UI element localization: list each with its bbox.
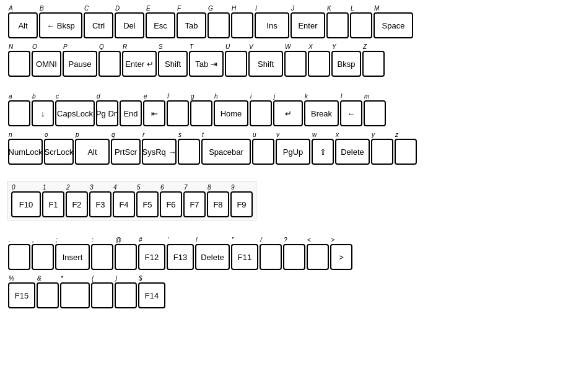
key-lt-empty[interactable] bbox=[307, 244, 329, 270]
cell-label-lh: h bbox=[214, 93, 218, 100]
key-ins[interactable]: Ins bbox=[255, 12, 289, 38]
key-enter[interactable]: Enter bbox=[290, 12, 325, 38]
key-spacebar[interactable]: Spacebar bbox=[201, 139, 251, 165]
key-prtscr[interactable]: PrtScr bbox=[111, 139, 141, 165]
key-f2[interactable]: F2 bbox=[66, 191, 88, 217]
key-bksp-y[interactable]: Bksp bbox=[331, 51, 361, 77]
key-f12[interactable]: F12 bbox=[138, 244, 165, 270]
key-lz-empty[interactable] bbox=[395, 139, 417, 165]
key-break[interactable]: Break bbox=[304, 100, 339, 126]
key-esc[interactable]: Esc bbox=[146, 12, 175, 38]
key-w-empty[interactable] bbox=[284, 51, 307, 77]
key-la-empty[interactable] bbox=[8, 100, 30, 126]
row-punct1: . , ; Insert : @ # F12 bbox=[7, 237, 574, 270]
key-ly-empty[interactable] bbox=[371, 139, 393, 165]
key-f5[interactable]: F5 bbox=[136, 191, 159, 217]
key-f9[interactable]: F9 bbox=[230, 191, 253, 217]
key-shift-up[interactable]: ⇧ bbox=[312, 139, 334, 165]
key-quest-empty[interactable] bbox=[283, 244, 305, 270]
key-f13[interactable]: F13 bbox=[167, 244, 194, 270]
key-pause[interactable]: Pause bbox=[63, 51, 97, 77]
cell-label-D: D bbox=[115, 5, 120, 12]
key-backtab[interactable]: ⇤ bbox=[143, 100, 165, 126]
key-cell-dollar: $ F14 bbox=[138, 275, 166, 308]
key-f4[interactable]: F4 bbox=[113, 191, 135, 217]
key-dot-empty[interactable] bbox=[8, 244, 30, 270]
key-shift-s[interactable]: Shift bbox=[158, 51, 188, 77]
key-h-empty[interactable] bbox=[231, 12, 253, 38]
key-f1[interactable]: F1 bbox=[42, 191, 64, 217]
key-comma-empty[interactable] bbox=[32, 244, 54, 270]
cell-label-5: 5 bbox=[136, 184, 141, 191]
key-cell-D: D Del bbox=[114, 5, 145, 38]
key-numlock[interactable]: NumLock bbox=[8, 139, 43, 165]
key-f7[interactable]: F7 bbox=[183, 191, 206, 217]
key-f10[interactable]: F10 bbox=[11, 191, 41, 217]
key-gt[interactable]: > bbox=[330, 244, 352, 270]
key-f11[interactable]: F11 bbox=[231, 244, 258, 270]
key-star-empty[interactable] bbox=[60, 282, 90, 308]
key-lm-empty[interactable] bbox=[364, 100, 386, 126]
cell-label-lparen: ( bbox=[91, 275, 94, 282]
key-f3[interactable]: F3 bbox=[89, 191, 111, 217]
key-ls-empty[interactable] bbox=[178, 139, 200, 165]
key-ctrl[interactable]: Ctrl bbox=[84, 12, 113, 38]
key-enter-r[interactable]: Enter ↵ bbox=[122, 51, 157, 77]
key-shift-v[interactable]: Shift bbox=[248, 51, 283, 77]
key-backspace[interactable]: ← Bksp bbox=[39, 12, 82, 38]
key-home[interactable]: Home bbox=[214, 100, 248, 126]
key-f8[interactable]: F8 bbox=[207, 191, 229, 217]
key-g-empty[interactable] bbox=[208, 12, 230, 38]
key-colon-empty[interactable] bbox=[91, 244, 113, 270]
key-u-empty[interactable] bbox=[225, 51, 247, 77]
key-lf-empty[interactable] bbox=[167, 100, 189, 126]
key-del[interactable]: Del bbox=[115, 12, 144, 38]
cell-label-9: 9 bbox=[230, 184, 235, 191]
key-tab[interactable]: Tab bbox=[177, 12, 206, 38]
key-l-empty[interactable] bbox=[350, 12, 372, 38]
key-sysrq[interactable]: SysRq → bbox=[142, 139, 177, 165]
key-pgdn[interactable]: Pg Dn bbox=[96, 100, 118, 126]
key-slash-empty[interactable] bbox=[260, 244, 282, 270]
cell-label-lp: p bbox=[75, 131, 79, 139]
cell-label-N: N bbox=[8, 43, 13, 51]
key-z-empty[interactable] bbox=[362, 51, 385, 77]
key-lu-empty[interactable] bbox=[252, 139, 274, 165]
key-omni[interactable]: OMNI bbox=[32, 51, 61, 77]
key-q-empty[interactable] bbox=[98, 51, 121, 77]
key-x-empty[interactable] bbox=[308, 51, 330, 77]
key-end[interactable]: End bbox=[120, 100, 142, 126]
key-k-empty[interactable] bbox=[326, 12, 349, 38]
key-delete[interactable]: Delete bbox=[335, 139, 370, 165]
cell-label-lm: m bbox=[364, 93, 369, 100]
key-li-empty[interactable] bbox=[250, 100, 272, 126]
cell-label-lk: k bbox=[304, 93, 308, 100]
key-scrolllock[interactable]: ScrLock bbox=[44, 139, 74, 165]
key-arrow-down[interactable]: ↓ bbox=[32, 100, 54, 126]
key-tab-t[interactable]: Tab ⇥ bbox=[189, 51, 224, 77]
cell-label-ll: l bbox=[340, 93, 342, 100]
key-cell-L: L bbox=[349, 5, 373, 38]
key-f6[interactable]: F6 bbox=[160, 191, 182, 217]
key-f15[interactable]: F15 bbox=[8, 282, 35, 308]
key-enter-j[interactable]: ↵ bbox=[273, 100, 303, 126]
key-space-m[interactable]: Space bbox=[374, 12, 413, 38]
key-n-empty[interactable] bbox=[8, 51, 30, 77]
key-pgup[interactable]: PgUp bbox=[276, 139, 310, 165]
key-at-empty[interactable] bbox=[115, 244, 137, 270]
key-cell-ld: d Pg Dn bbox=[95, 93, 119, 126]
key-arrow-left[interactable]: ← bbox=[340, 100, 362, 126]
key-capslock[interactable]: CapsLock bbox=[55, 100, 95, 126]
key-amp-empty[interactable] bbox=[37, 282, 59, 308]
key-cell-at: @ bbox=[114, 237, 138, 270]
key-insert-semi[interactable]: Insert bbox=[55, 244, 90, 270]
key-alt[interactable]: Alt bbox=[8, 12, 38, 38]
key-delete-excl[interactable]: Delete bbox=[195, 244, 230, 270]
key-rparen-empty[interactable] bbox=[115, 282, 137, 308]
key-cell-lk: k Break bbox=[304, 93, 339, 126]
key-alt-lp[interactable]: Alt bbox=[75, 139, 110, 165]
key-cell-3: 3 F3 bbox=[89, 184, 112, 217]
key-f14[interactable]: F14 bbox=[138, 282, 165, 308]
key-lparen-empty[interactable] bbox=[91, 282, 113, 308]
key-lg-empty[interactable] bbox=[190, 100, 212, 126]
